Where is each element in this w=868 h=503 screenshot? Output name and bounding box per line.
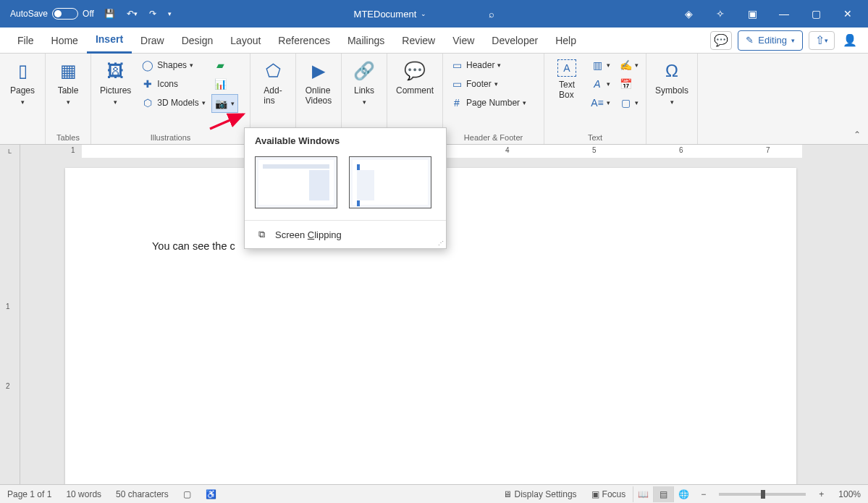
group-illustrations: 🖼 Pictures ▾ ◯Shapes▾ ✚Icons ⬡3D Models▾… — [91, 54, 250, 144]
tab-layout[interactable]: Layout — [222, 28, 269, 54]
tab-home[interactable]: Home — [43, 28, 87, 54]
group-text: A Text Box ▥▾ A▾ A≡▾ ✍▾ 📅 ▢▾ Text — [544, 54, 646, 144]
cube-icon: ⬡ — [141, 96, 154, 109]
tab-developer[interactable]: Developer — [483, 28, 547, 54]
comment-button[interactable]: 💬 Comment — [392, 56, 438, 98]
tab-mailings[interactable]: Mailings — [339, 28, 393, 54]
window-thumbnail-2[interactable] — [349, 156, 431, 208]
accessibility-icon[interactable]: ♿ — [198, 489, 224, 499]
shapes-button[interactable]: ◯Shapes▾ — [138, 56, 208, 74]
diamond-icon[interactable]: ◈ — [673, 0, 704, 28]
tab-design[interactable]: Design — [173, 28, 222, 54]
screen-clipping-item[interactable]: ⧉ Screen Clipping — [245, 221, 446, 248]
omega-icon: Ω — [660, 59, 683, 83]
search-icon[interactable]: ⌕ — [489, 9, 494, 20]
table-icon: ▦ — [56, 59, 80, 83]
zoom-slider[interactable] — [719, 493, 806, 496]
header-button[interactable]: ▭Header▾ — [447, 56, 529, 74]
date-time-button[interactable]: 📅 — [616, 75, 641, 93]
vertical-ruler[interactable]: 1 2 — [0, 158, 20, 484]
maximize-button[interactable]: ▢ — [800, 0, 832, 28]
camera-icon: 📷 — [215, 97, 228, 110]
tab-references[interactable]: References — [269, 28, 339, 54]
word-count[interactable]: 10 words — [59, 489, 109, 499]
page-number-button[interactable]: #Page Number▾ — [447, 94, 529, 111]
footer-icon: ▭ — [450, 77, 463, 90]
tab-insert[interactable]: Insert — [87, 28, 132, 54]
resize-grip[interactable]: ⋰ — [438, 240, 444, 246]
tab-review[interactable]: Review — [393, 28, 444, 54]
qat-more-icon[interactable]: ▾ — [164, 9, 176, 19]
page-status[interactable]: Page 1 of 1 — [0, 489, 59, 499]
close-button[interactable]: ✕ — [832, 0, 864, 28]
focus-icon: ▣ — [591, 489, 599, 499]
panel-icon[interactable]: ▣ — [736, 0, 768, 28]
quick-parts-button[interactable]: ▥▾ — [588, 56, 613, 74]
char-count[interactable]: 50 characters — [109, 489, 176, 499]
footer-button[interactable]: ▭Footer▾ — [447, 75, 529, 93]
dropcap-icon: A≡ — [591, 96, 604, 109]
symbols-button[interactable]: Ω Symbols ▾ — [651, 56, 693, 109]
addins-icon: ⬠ — [261, 59, 285, 83]
screenshot-button[interactable]: 📷▾ — [211, 94, 238, 113]
pictures-button[interactable]: 🖼 Pictures ▾ — [96, 56, 135, 109]
3d-models-button[interactable]: ⬡3D Models▾ — [138, 94, 208, 111]
icons-button[interactable]: ✚Icons — [138, 75, 208, 93]
autosave-toggle[interactable]: AutoSave Off — [4, 8, 100, 20]
pencil-icon: ✎ — [746, 35, 754, 46]
group-header-footer: ▭Header▾ ▭Footer▾ #Page Number▾ Header &… — [443, 54, 544, 144]
save-icon[interactable]: 💾 — [100, 7, 119, 20]
screenshot-dropdown: Available Windows ⧉ Screen Clipping ⋰ — [244, 127, 447, 249]
group-tables: ▦ Table ▾ Tables — [46, 54, 91, 144]
text-box-button[interactable]: A Text Box — [549, 56, 585, 103]
print-layout-button[interactable]: ▤ — [653, 486, 673, 502]
wordart-button[interactable]: A▾ — [588, 75, 613, 93]
toggle-switch[interactable] — [52, 8, 78, 20]
window-controls: ◈ ✧ ▣ — ▢ ✕ — [673, 0, 864, 28]
zoom-out-button[interactable]: − — [694, 489, 713, 499]
tab-draw[interactable]: Draw — [132, 28, 173, 54]
chart-button[interactable]: 📊 — [211, 75, 238, 93]
smartart-button[interactable]: ▰ — [211, 56, 238, 74]
pages-button[interactable]: ▯ Pages ▾ — [4, 56, 41, 109]
online-videos-button[interactable]: ▶ Online Videos — [300, 56, 337, 109]
share-button[interactable]: ⇧▾ — [809, 31, 835, 50]
pagenum-icon: # — [450, 96, 463, 109]
undo-icon[interactable]: ↶▾ — [122, 7, 142, 20]
group-pages: ▯ Pages ▾ — [0, 54, 46, 144]
web-layout-button[interactable]: 🌐 — [673, 486, 694, 502]
table-button[interactable]: ▦ Table ▾ — [50, 56, 86, 109]
autosave-state: Off — [83, 9, 94, 19]
document-title[interactable]: MTEDocument ⌄ ⌕ — [176, 9, 673, 20]
spelling-icon[interactable]: ▢ — [176, 489, 198, 499]
window-thumbnail-1[interactable] — [255, 156, 337, 208]
icons-icon: ✚ — [141, 77, 154, 90]
addins-button[interactable]: ⬠ Add- ins — [255, 56, 291, 109]
dropcap-button[interactable]: A≡▾ — [588, 94, 613, 111]
links-button[interactable]: 🔗 Links ▾ — [346, 56, 382, 109]
read-mode-button[interactable]: 📖 — [633, 486, 653, 502]
group-label: Illustrations — [96, 131, 245, 144]
wordart-icon: A — [591, 77, 604, 90]
collaborate-icon[interactable]: 👤 — [840, 31, 859, 50]
tab-view[interactable]: View — [444, 28, 483, 54]
display-settings-button[interactable]: 🖥Display Settings — [496, 489, 584, 499]
focus-button[interactable]: ▣Focus — [584, 489, 633, 499]
tab-help[interactable]: Help — [547, 28, 585, 54]
quick-access-toolbar: 💾 ↶▾ ↷ ▾ — [100, 7, 176, 20]
sparkle-icon[interactable]: ✧ — [704, 0, 736, 28]
tab-file[interactable]: File — [9, 28, 43, 54]
editing-mode-button[interactable]: ✎ Editing ▾ — [738, 30, 803, 51]
zoom-level[interactable]: 100% — [831, 489, 868, 499]
object-button[interactable]: ▢▾ — [616, 94, 641, 111]
dropdown-header: Available Windows — [245, 128, 446, 151]
video-icon: ▶ — [307, 59, 330, 83]
zoom-in-button[interactable]: + — [812, 489, 831, 499]
ribbon-tabs: File Home Insert Draw Design Layout Refe… — [0, 28, 868, 54]
signature-button[interactable]: ✍▾ — [616, 56, 641, 74]
comments-button[interactable]: 💬 — [710, 31, 732, 50]
redo-icon[interactable]: ↷ — [145, 7, 161, 20]
minimize-button[interactable]: — — [768, 0, 800, 28]
collapse-ribbon-button[interactable]: ⌃ — [854, 130, 861, 140]
group-label: Header & Footer — [447, 131, 539, 144]
